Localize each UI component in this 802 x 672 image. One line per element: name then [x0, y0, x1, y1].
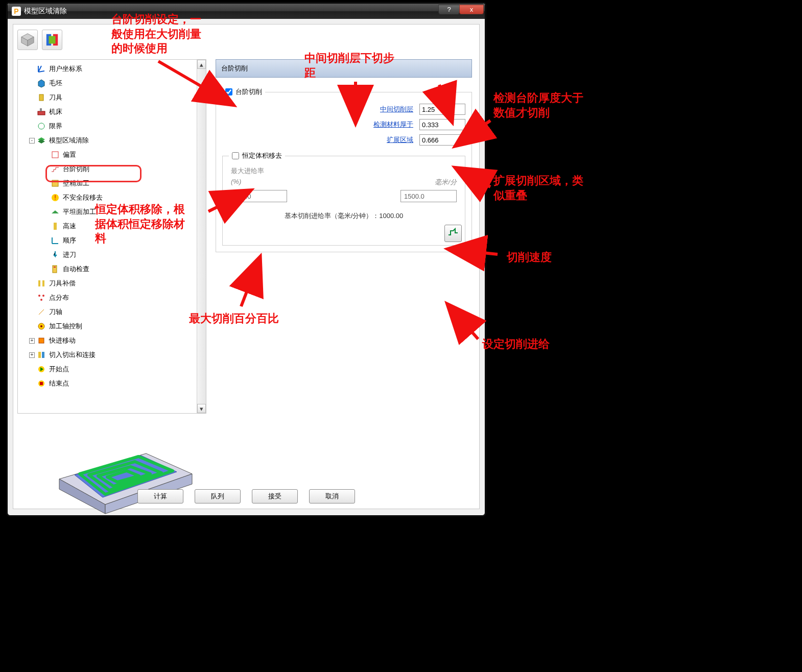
help-button[interactable]: ?	[438, 5, 460, 14]
tree-item-label: 切入切出和连接	[49, 350, 96, 359]
scroll-down-icon[interactable]: ▾	[197, 404, 206, 413]
unit-percent-label: (%)	[231, 178, 241, 187]
close-button[interactable]: x	[459, 5, 484, 14]
detect-thickness-input[interactable]	[419, 119, 465, 130]
box-blue-icon	[37, 79, 46, 88]
tree-item-2[interactable]: 刀具	[20, 90, 204, 105]
tree-item-1[interactable]: 毛坯	[20, 76, 204, 90]
end-icon	[37, 379, 46, 388]
svg-point-25	[42, 295, 44, 297]
tree-item-label: 高速	[63, 222, 76, 231]
unsafe-icon: !	[51, 193, 60, 202]
offset-icon	[51, 150, 60, 159]
svg-rect-29	[39, 338, 44, 343]
svg-rect-31	[42, 352, 44, 358]
tree-pane: 用户坐标系毛坯刀具机床限界-模型区域清除偏置台阶切削壁精加工!不安全段移去平坦面…	[17, 59, 206, 414]
tree-item-label: 限界	[49, 122, 62, 131]
dialog-body: 用户坐标系毛坯刀具机床限界-模型区域清除偏置台阶切削壁精加工!不安全段移去平坦面…	[13, 24, 480, 509]
section-header: 台阶切削	[216, 59, 472, 78]
svg-point-28	[40, 325, 42, 327]
cyl-icon	[37, 93, 46, 102]
cancel-button[interactable]: 取消	[309, 489, 355, 503]
tree-item-label: 用户坐标系	[49, 64, 82, 74]
titlebar[interactable]: P 模型区域清除 ? x	[8, 4, 485, 19]
svg-rect-21	[54, 267, 56, 268]
tree-item-6[interactable]: 偏置	[20, 148, 204, 162]
expand-icon[interactable]: +	[29, 352, 35, 358]
svg-rect-34	[40, 382, 43, 385]
link-icon	[37, 350, 46, 359]
limit-icon	[37, 122, 46, 131]
tree-item-17[interactable]: 刀轴	[20, 305, 204, 319]
calculate-button[interactable]: 计算	[137, 489, 183, 503]
tree-item-13[interactable]: 进刀	[20, 248, 204, 262]
tree-scrollbar[interactable]: ▴ ▾	[197, 60, 206, 413]
tree-item-label: 刀具	[49, 93, 62, 102]
step-cut-group: 台阶切削 中间切削层 检测材料厚于 扩展区域	[216, 92, 472, 252]
tree-item-label: 不安全段移去	[63, 193, 103, 202]
tree-item-18[interactable]: 加工轴控制	[20, 319, 204, 333]
toolbar-iso-icon[interactable]	[17, 30, 38, 50]
tree-item-3[interactable]: 机床	[20, 105, 204, 119]
svg-rect-23	[42, 280, 44, 286]
tree-item-label: 点分布	[49, 293, 69, 302]
expand-area-link[interactable]: 扩展区域	[387, 135, 413, 145]
selected-highlight	[45, 165, 141, 182]
app-icon: P	[12, 7, 21, 16]
set-feed-button[interactable]	[444, 225, 462, 242]
svg-rect-7	[39, 94, 43, 101]
svg-rect-8	[38, 111, 45, 115]
tree-item-label: 偏置	[63, 150, 76, 159]
tree-item-12[interactable]: 顺序	[20, 233, 204, 248]
svg-rect-9	[40, 108, 42, 111]
tree-item-label: 进刀	[63, 250, 76, 259]
tree-item-11[interactable]: 高速	[20, 219, 204, 233]
svg-marker-6	[38, 80, 44, 87]
scroll-up-icon[interactable]: ▴	[197, 60, 206, 69]
accept-button[interactable]: 接受	[252, 489, 298, 503]
tree-item-21[interactable]: 开始点	[20, 362, 204, 376]
toolbar-strategy-icon[interactable]	[42, 30, 62, 50]
tree-item-label: 模型区域清除	[49, 136, 89, 145]
tree-item-label: 顺序	[63, 236, 76, 245]
axis-icon	[37, 64, 46, 74]
tree-item-5[interactable]: -模型区域清除	[20, 133, 204, 148]
max-feed-label: 最大进给率	[231, 166, 459, 176]
tree-item-15[interactable]: 刀具补偿	[20, 276, 204, 291]
tree-item-22[interactable]: 结束点	[20, 376, 204, 391]
expand-icon[interactable]: +	[29, 338, 35, 344]
svg-rect-30	[38, 352, 41, 358]
svg-rect-19	[54, 223, 57, 230]
step-cut-label: 台阶切削	[235, 87, 262, 97]
const-volume-checkbox[interactable]	[232, 152, 239, 159]
step-cut-checkbox[interactable]	[225, 88, 232, 95]
tree-item-label: 结束点	[49, 379, 69, 388]
svg-point-26	[40, 299, 42, 301]
mmmin-input[interactable]	[400, 190, 457, 202]
flat-icon	[51, 207, 60, 217]
tree-item-4[interactable]: 限界	[20, 119, 204, 133]
ctrl-icon	[37, 322, 46, 331]
expand-icon[interactable]: -	[29, 138, 35, 143]
expand-area-input[interactable]	[419, 134, 465, 146]
tree-item-10[interactable]: 平坦面加工	[20, 205, 204, 219]
tree-item-label: 刀轴	[49, 307, 62, 317]
comp-icon	[37, 279, 46, 288]
svg-point-24	[38, 295, 40, 297]
tree-item-label: 自动检查	[63, 265, 89, 274]
middle-layer-input[interactable]	[419, 104, 465, 115]
svg-marker-18	[52, 210, 59, 213]
tree-item-0[interactable]: 用户坐标系	[20, 62, 204, 76]
tree-item-14[interactable]: 自动检查	[20, 262, 204, 276]
const-volume-group: 恒定体积移去 最大进给率 (%) 毫米/分 基本切削进给率（毫米/分钟）：1	[222, 156, 465, 246]
queue-button[interactable]: 队列	[195, 489, 241, 503]
percent-input[interactable]	[231, 190, 287, 202]
middle-layer-link[interactable]: 中间切削层	[380, 105, 413, 114]
tree-item-19[interactable]: +快进移动	[20, 333, 204, 348]
start-icon	[37, 365, 46, 374]
tree-item-9[interactable]: !不安全段移去	[20, 190, 204, 205]
tree-item-label: 刀具补偿	[49, 279, 76, 288]
tree-item-16[interactable]: 点分布	[20, 291, 204, 305]
detect-thickness-link[interactable]: 检测材料厚于	[373, 120, 413, 129]
tree-item-20[interactable]: +切入切出和连接	[20, 348, 204, 362]
